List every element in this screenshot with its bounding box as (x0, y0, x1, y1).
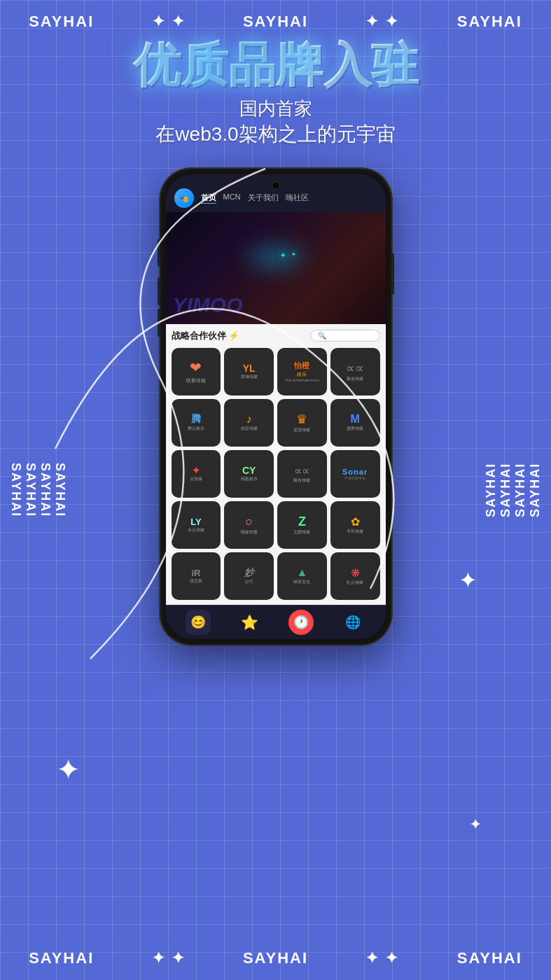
sparkle-right: ✦ (459, 567, 477, 594)
brand-card-14[interactable]: ○ 晴妹控股 (224, 501, 274, 549)
sub-title-2: 在web3.0架构之上的元宇宙 (133, 121, 419, 148)
brand-logo-2: YL 星瀚传媒 (227, 351, 271, 393)
brand-card-1[interactable]: ❤ 联新传媒 (172, 348, 221, 396)
brand-card-19[interactable]: ▲ 绿草文化 (277, 552, 327, 600)
phone-outer: 🎭 首页 MCN 关于我们 嗨社区 (160, 169, 391, 645)
brand-card-15[interactable]: Z 之图传媒 (277, 501, 327, 549)
brand-logo-14: ○ 晴妹控股 (227, 504, 271, 546)
bottom-nav-home[interactable]: 😊 (186, 610, 211, 635)
phone-screen: 🎭 首页 MCN 关于我们 嗨社区 (166, 174, 386, 639)
bottom-nav-star[interactable]: ⭐ (237, 610, 263, 635)
partners-header: 战略合作伙伴 ⚡ 🔍 (172, 330, 380, 342)
brand-logo-17: iR 优互联 (174, 555, 218, 597)
phone-inner: 🎭 首页 MCN 关于我们 嗨社区 (166, 174, 386, 639)
brand-card-4[interactable]: ∝∝ 聚金传媒 (330, 348, 380, 396)
partners-grid: ❤ 联新传媒 YL 星瀚传媒 (172, 348, 380, 600)
brand-card-6[interactable]: ♪ 拍音传媒 (224, 399, 274, 447)
header-section: 优质品牌入驻 国内首家 在web3.0架构之上的元宇宙 (133, 38, 419, 148)
sparkle-right-2: ✦ (469, 816, 482, 834)
brand-logo-4: ∝∝ 聚金传媒 (333, 351, 377, 393)
brand-logo-1: ❤ 联新传媒 (174, 351, 218, 393)
brand-logo-11: ∝∝ 聚合传媒 (280, 453, 324, 495)
title-underline: ⚡ (228, 330, 239, 341)
partners-title: 战略合作伙伴 ⚡ (172, 330, 239, 342)
nav-item-community[interactable]: 嗨社区 (286, 192, 309, 204)
bottom-nav-star-icon: ⭐ (241, 614, 258, 631)
brand-logo-19: ▲ 绿草文化 (280, 555, 324, 597)
nav-items: 首页 MCN 关于我们 嗨社区 (201, 192, 309, 204)
app-logo: 🎭 (174, 188, 194, 208)
bottom-nav-clock[interactable]: 🕐 (288, 610, 314, 635)
brand-logo-13: LY 永云传媒 (174, 504, 218, 546)
brand-logo-5: 腾 腾云娱乐 (174, 402, 218, 444)
brand-logo-6: ♪ 拍音传媒 (227, 402, 271, 444)
sparkle-left: ✦ (56, 752, 81, 787)
brand-logo-15: Z 之图传媒 (280, 504, 324, 546)
brand-card-5[interactable]: 腾 腾云娱乐 (172, 399, 221, 447)
hero-banner: ✦ ✦ YIMOO (166, 212, 386, 324)
brand-card-16[interactable]: ✿ 手尚传媒 (330, 501, 380, 549)
brand-logo-10: CY 钥匙娱乐 (227, 453, 271, 495)
brand-logo-sonar: Sonar 产业互联平台 (333, 453, 377, 495)
phone-mockup: 🎭 首页 MCN 关于我们 嗨社区 (160, 169, 391, 645)
brand-logo-8: M 漫梦传媒 (333, 402, 377, 444)
hero-accent-dots: ✦ ✦ (280, 251, 296, 259)
nav-item-home[interactable]: 首页 (201, 192, 216, 204)
brand-card-3[interactable]: 怡橙 娱乐 The Entertainment (277, 348, 327, 396)
brand-logo-7: ♛ 皇冠传媒 (280, 402, 324, 444)
bottom-nav-clock-icon: 🕐 (293, 615, 309, 630)
brand-logo-20: ❋ 红云传媒 (333, 555, 377, 597)
bottom-nav-home-icon: 😊 (190, 615, 206, 630)
brand-card-8[interactable]: M 漫梦传媒 (330, 399, 380, 447)
hero-text: YIMOO (173, 293, 243, 317)
partners-section[interactable]: 战略合作伙伴 ⚡ 🔍 (166, 324, 386, 605)
brand-card-7[interactable]: ♛ 皇冠传媒 (277, 399, 327, 447)
brand-card-17[interactable]: iR 优互联 (172, 552, 221, 600)
bottom-nav-globe-icon: 🌐 (345, 615, 361, 630)
brand-card-9[interactable]: ✦ 点传媒 (172, 450, 221, 498)
bottom-nav-globe[interactable]: 🌐 (340, 610, 365, 635)
search-icon: 🔍 (318, 332, 326, 340)
search-box[interactable]: 🔍 (310, 330, 380, 342)
camera-hole (272, 181, 280, 190)
main-title: 优质品牌入驻 (133, 38, 419, 91)
nav-item-about[interactable]: 关于我们 (248, 192, 279, 204)
brand-card-13[interactable]: LY 永云传媒 (172, 501, 221, 549)
brand-card-10[interactable]: CY 钥匙娱乐 (224, 450, 274, 498)
brand-logo-18: 妙 妙手 (227, 555, 271, 597)
brand-logo-9: ✦ 点传媒 (174, 453, 218, 495)
main-content: 优质品牌入驻 国内首家 在web3.0架构之上的元宇宙 🎭 (0, 0, 551, 980)
brand-card-11[interactable]: ∝∝ 聚合传媒 (277, 450, 327, 498)
brand-card-18[interactable]: 妙 妙手 (224, 552, 274, 600)
brand-card-sonar[interactable]: Sonar 产业互联平台 (330, 450, 380, 498)
brand-card-2[interactable]: YL 星瀚传媒 (224, 348, 274, 396)
phone-bottom-nav: 😊 ⭐ 🕐 🌐 (166, 605, 386, 639)
brand-logo-3: 怡橙 娱乐 The Entertainment (280, 351, 324, 393)
brand-card-20[interactable]: ❋ 红云传媒 (330, 552, 380, 600)
nav-item-mcn[interactable]: MCN (223, 192, 241, 204)
sub-title-1: 国内首家 (133, 97, 419, 121)
brand-logo-16: ✿ 手尚传媒 (333, 504, 377, 546)
phone-nav: 🎭 首页 MCN 关于我们 嗨社区 (166, 174, 386, 212)
